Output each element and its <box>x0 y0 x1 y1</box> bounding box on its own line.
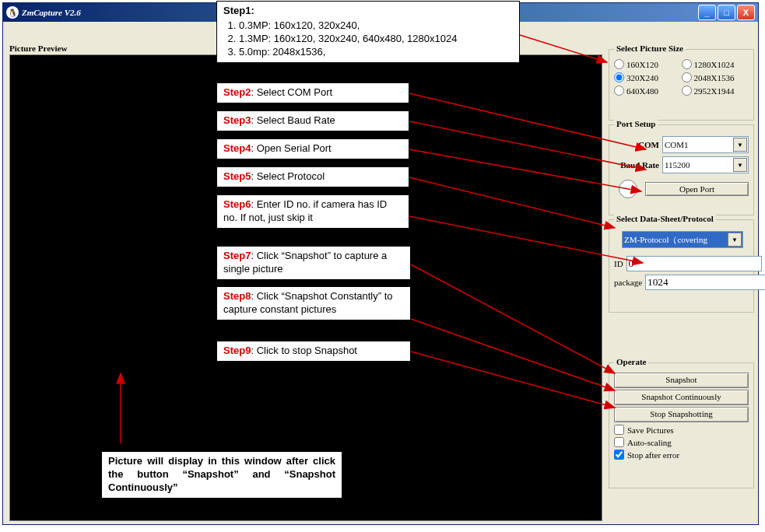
step6-callout: Step6: Enter ID no. if camera has ID no.… <box>216 194 409 229</box>
save-pictures-checkbox[interactable]: Save Pictures <box>614 425 749 435</box>
step7-callout: Step7: Click “Snapshot” to capture a sin… <box>216 246 411 280</box>
baud-label: Baud Rate <box>614 160 659 170</box>
snapshot-button[interactable]: Snapshot <box>614 373 749 388</box>
open-port-button[interactable]: Open Port <box>645 182 749 196</box>
size-radio-2952X1944[interactable]: 2952X1944 <box>682 86 749 96</box>
picture-size-panel: Select Picture Size 160X1201280X1024320X… <box>609 49 754 121</box>
auto-scaling-checkbox[interactable]: Auto-scaling <box>614 437 749 447</box>
chevron-down-icon: ▼ <box>728 233 742 247</box>
port-setup-panel: Port Setup COM COM1 ▼ Baud Rate 115200 ▼ <box>609 124 754 215</box>
step2-callout: Step2: Select COM Port <box>216 82 409 103</box>
chevron-down-icon: ▼ <box>733 158 747 172</box>
protocol-panel: Select Data-Sheet/Protocol ZM-Protocol（c… <box>609 219 754 313</box>
port-status-icon <box>619 180 637 198</box>
step1-callout: Step1: 0.3MP: 160x120, 320x240,1.3MP: 16… <box>216 1 520 63</box>
stop-after-error-checkbox[interactable]: Stop after error <box>614 450 749 460</box>
protocol-legend: Select Data-Sheet/Protocol <box>614 214 716 223</box>
step9-callout: Step9: Click to stop Snapshot <box>216 341 411 362</box>
operate-legend: Operate <box>614 357 648 366</box>
size-radio-640X480[interactable]: 640X480 <box>614 86 682 96</box>
size-radio-320X240[interactable]: 320X240 <box>614 72 682 82</box>
id-input[interactable] <box>626 256 762 271</box>
picture-size-legend: Select Picture Size <box>614 44 686 53</box>
snapshot-continuously-button[interactable]: Snapshot Continuously <box>614 390 749 405</box>
operate-panel: Operate Snapshot Snapshot Continuously S… <box>609 362 754 488</box>
maximize-button[interactable]: □ <box>718 5 735 20</box>
preview-note-callout: Picture will display in this window afte… <box>101 451 342 499</box>
size-radio-160X120[interactable]: 160X120 <box>614 59 682 69</box>
package-label: package <box>614 278 642 287</box>
stop-snapshot-button[interactable]: Stop Snapshotting <box>614 407 749 422</box>
size-radio-1280X1024[interactable]: 1280X1024 <box>682 59 749 69</box>
baud-select[interactable]: 115200 ▼ <box>662 156 749 173</box>
minimize-button[interactable]: _ <box>698 5 716 20</box>
step4-callout: Step4: Open Serial Port <box>216 138 409 159</box>
package-input[interactable] <box>645 275 765 290</box>
step5-callout: Step5: Select Protocol <box>216 166 409 187</box>
com-select[interactable]: COM1 ▼ <box>662 136 749 153</box>
size-radio-2048X1536[interactable]: 2048X1536 <box>682 72 749 82</box>
id-label: ID <box>614 259 623 268</box>
step8-callout: Step8: Click “Snapshot Constantly” to ca… <box>216 286 411 320</box>
preview-label: Picture Preview <box>9 44 67 53</box>
port-setup-legend: Port Setup <box>614 119 658 128</box>
step3-callout: Step3: Select Baud Rate <box>216 110 409 131</box>
chevron-down-icon: ▼ <box>733 138 747 152</box>
com-label: COM <box>614 140 659 149</box>
app-icon: 🐧 <box>6 6 19 19</box>
protocol-select[interactable]: ZM-Protocol（covering ▼ <box>622 231 743 248</box>
close-button[interactable]: X <box>737 5 755 20</box>
